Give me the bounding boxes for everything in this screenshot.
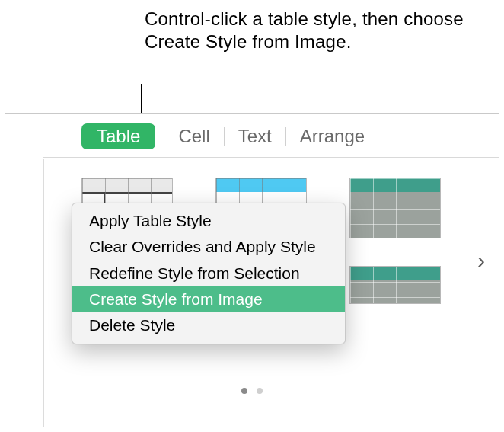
thumb-grid [350, 267, 440, 303]
panel-divider [43, 159, 44, 427]
menu-item-redefine-from-selection[interactable]: Redefine Style from Selection [72, 261, 345, 286]
callout-text: Control-click a table style, then choose… [145, 8, 464, 53]
tab-cell[interactable]: Cell [155, 127, 223, 146]
tab-arrange[interactable]: Arrange [285, 127, 378, 146]
menu-item-apply-table-style[interactable]: Apply Table Style [72, 208, 345, 234]
table-style-thumb-3[interactable] [349, 178, 441, 238]
next-styles-page-button[interactable]: › [477, 248, 485, 274]
page-dot-1[interactable] [241, 388, 247, 394]
tab-text[interactable]: Text [224, 127, 285, 146]
tab-table[interactable]: Table [81, 123, 155, 149]
menu-item-delete-style[interactable]: Delete Style [72, 312, 345, 338]
page-dot-2[interactable] [257, 388, 263, 394]
chevron-right-icon: › [477, 248, 485, 273]
inspector-tabbar: Table Cell Text Arrange [43, 126, 499, 158]
menu-item-clear-overrides[interactable]: Clear Overrides and Apply Style [72, 234, 345, 260]
menu-item-create-style-from-image[interactable]: Create Style from Image [72, 286, 345, 312]
table-style-context-menu: Apply Table Style Clear Overrides and Ap… [72, 203, 346, 344]
style-page-dots [241, 388, 263, 394]
table-style-thumb-6[interactable] [349, 266, 441, 304]
thumb-grid [350, 178, 440, 238]
